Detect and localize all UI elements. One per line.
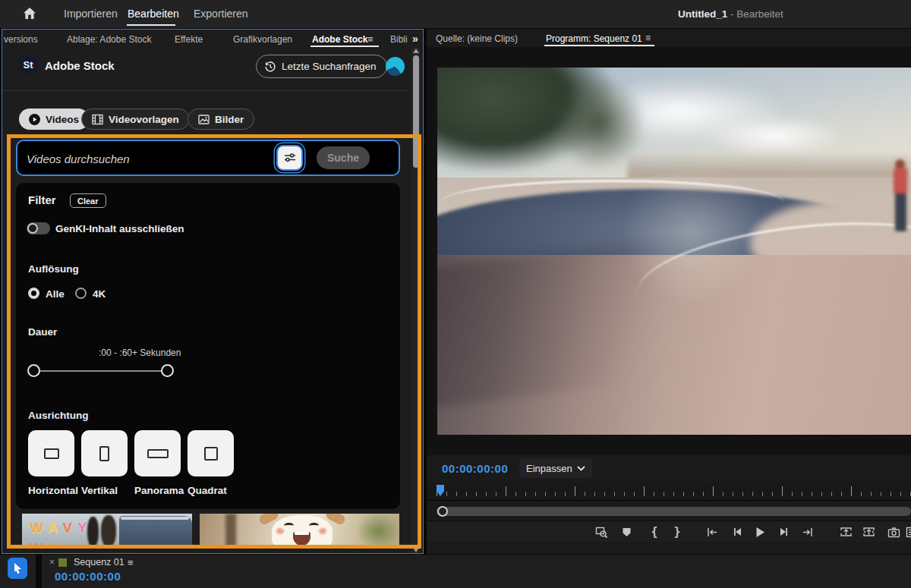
mark-out-icon[interactable]: }	[670, 525, 684, 539]
orientation-horizontal-button[interactable]	[28, 430, 74, 476]
user-avatar[interactable]	[386, 57, 405, 76]
duration-title: Dauer	[28, 326, 57, 338]
bottom-strip: × Sequenz 01 ≡ 00:00:00:00	[0, 555, 911, 588]
duration-range-text: :00 - :60+ Sekunden	[99, 347, 181, 358]
media-tab-videos[interactable]: Videos	[19, 108, 89, 130]
radio-4k[interactable]	[75, 288, 87, 299]
radio-alle-label[interactable]: Alle	[46, 288, 65, 300]
skater-person	[891, 159, 909, 250]
add-marker-icon[interactable]	[619, 525, 633, 539]
nav-exportieren[interactable]: Exportieren	[194, 8, 248, 20]
image-icon	[198, 114, 210, 125]
scrollbar-thumb[interactable]	[413, 55, 419, 168]
program-menu-icon[interactable]: ≡	[645, 33, 650, 43]
duration-slider-handle-max[interactable]	[161, 364, 174, 377]
step-forward-icon[interactable]	[777, 525, 790, 539]
radio-alle[interactable]	[28, 288, 39, 299]
duration-slider-handle-min[interactable]	[27, 364, 40, 377]
tab-bibliotheken[interactable]: Bibli	[390, 34, 408, 45]
step-back-icon[interactable]	[731, 525, 745, 539]
panel-scrollbar[interactable]	[411, 48, 421, 553]
tab-overflow-icon[interactable]: »	[412, 33, 418, 45]
toggle-knob	[27, 223, 38, 234]
video-search-box: Suche	[16, 140, 400, 176]
panel-menu-icon[interactable]: ≡	[367, 33, 373, 45]
tools-panel	[0, 555, 36, 588]
go-to-in-icon[interactable]	[705, 525, 718, 539]
lift-icon[interactable]	[839, 525, 853, 539]
orientation-square-button[interactable]	[188, 430, 234, 476]
tab-effekte[interactable]: Effekte	[175, 34, 203, 45]
mark-in-icon[interactable]: {	[648, 525, 661, 539]
button-editor-icon[interactable]	[904, 525, 911, 539]
adobe-stock-panel: versions Ablage: Adobe Stock Effekte Gra…	[2, 29, 424, 554]
extract-icon[interactable]	[862, 525, 875, 539]
program-monitor-panel: Quelle: (keine Clips) Programm: Sequenz …	[427, 29, 911, 554]
tab-versions[interactable]: versions	[4, 34, 38, 45]
history-clock-icon	[264, 61, 276, 73]
clear-filters-button[interactable]: Clear	[70, 193, 106, 208]
orientation-vertical-button[interactable]	[81, 430, 128, 476]
genai-toggle-label[interactable]: GenKI-Inhalt ausschließen	[55, 223, 184, 234]
genai-exclude-toggle[interactable]	[27, 222, 50, 234]
close-icon[interactable]: ×	[49, 557, 55, 568]
time-ruler[interactable]	[427, 483, 911, 501]
export-frame-icon[interactable]	[887, 525, 900, 539]
orientation-vertical-label: Vertikal	[81, 485, 118, 496]
tab-quelle[interactable]: Quelle: (keine Clips)	[436, 33, 518, 44]
filter-card: Filter Clear GenKI-Inhalt ausschließen A…	[16, 183, 400, 509]
comparison-view-icon[interactable]	[594, 525, 608, 539]
lens-flare	[608, 163, 779, 303]
nav-bearbeiten[interactable]: Bearbeiten	[128, 8, 179, 20]
ruler-major-ticks	[437, 486, 911, 496]
mascot-face	[272, 515, 333, 549]
wavy-subtitle-text: WH	[30, 541, 63, 549]
cursor-arrow-icon	[12, 562, 23, 574]
recent-searches-button[interactable]: Letzte Suchanfragen	[256, 55, 387, 78]
search-input[interactable]	[27, 150, 277, 167]
timeline-panel: × Sequenz 01 ≡ 00:00:00:00	[42, 555, 911, 588]
wavy-title-text: WAVY	[30, 520, 93, 536]
media-tab-videovorlagen[interactable]: Videovorlagen	[81, 108, 190, 130]
timeline-tab-sequenz[interactable]: Sequenz 01	[74, 557, 125, 568]
play-circle-icon	[29, 114, 40, 125]
radio-4k-label[interactable]: 4K	[93, 288, 106, 300]
sequence-color-chip	[58, 558, 67, 567]
square-rect-icon	[204, 447, 218, 461]
result-thumbnail-wavy[interactable]: WAVY WH	[22, 514, 192, 549]
program-timecode[interactable]: 00:00:00:00	[442, 462, 508, 475]
selection-tool-button[interactable]	[8, 558, 27, 579]
filter-title: Filter	[28, 193, 56, 206]
timeline-timecode[interactable]: 00:00:00:00	[55, 570, 121, 583]
scroll-down-icon[interactable]	[413, 548, 419, 552]
result-thumbnail-mascot[interactable]	[200, 514, 399, 549]
monitor-scrollbar[interactable]	[437, 507, 911, 516]
timeline-menu-icon[interactable]: ≡	[128, 557, 133, 568]
tab-programm[interactable]: Programm: Sequenz 01	[546, 33, 642, 44]
scroll-up-icon[interactable]	[413, 49, 419, 53]
orientation-square-label: Quadrat	[188, 485, 227, 496]
document-title: Untitled_1 - Bearbeitet	[678, 8, 783, 20]
resolution-title: Auflösung	[28, 263, 79, 275]
video-preview	[437, 68, 911, 435]
duration-slider-track[interactable]	[33, 370, 167, 372]
filter-panel-toggle-button[interactable]	[276, 145, 303, 171]
nav-importieren[interactable]: Importieren	[64, 8, 118, 20]
play-icon[interactable]	[753, 525, 767, 539]
scrollbar-knob[interactable]	[437, 506, 448, 517]
document-status: - Bearbeitet	[730, 8, 783, 20]
sliders-icon	[283, 152, 297, 164]
orientation-horizontal-label: Horizontal	[28, 485, 78, 496]
chevron-down-icon	[577, 466, 585, 471]
go-to-out-icon[interactable]	[801, 525, 815, 539]
zoom-fit-select[interactable]: Einpassen	[519, 458, 592, 478]
tab-grafikvorlagen[interactable]: Grafikvorlagen	[233, 34, 292, 45]
person-silhouette	[101, 515, 116, 547]
orientation-panorama-label: Panorama	[134, 485, 184, 496]
search-submit-button[interactable]: Suche	[317, 146, 370, 169]
media-tab-bilder[interactable]: Bilder	[188, 108, 254, 130]
orientation-panorama-button[interactable]	[134, 430, 181, 476]
home-icon[interactable]	[23, 7, 36, 22]
tab-ablage-adobe-stock[interactable]: Ablage: Adobe Stock	[67, 34, 151, 45]
tab-adobe-stock[interactable]: Adobe Stock	[312, 34, 367, 45]
